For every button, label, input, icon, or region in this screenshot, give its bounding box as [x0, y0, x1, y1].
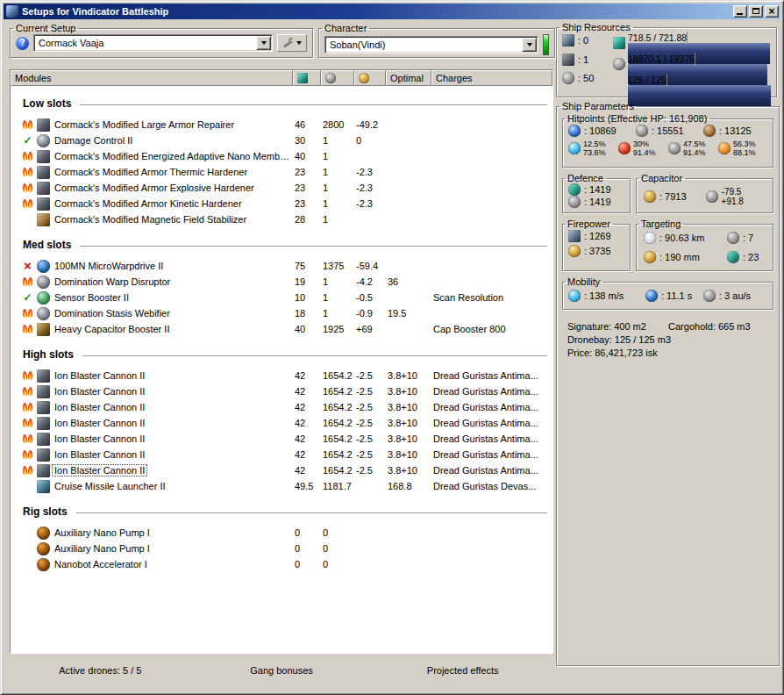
turret-icon — [562, 34, 574, 47]
module-row[interactable]: Ion Blaster Cannon II421654.2-2.53.8+10D… — [11, 462, 552, 478]
cell-cpu-usage: 42 — [293, 449, 321, 460]
module-row[interactable]: Heavy Capacitor Booster II401925+69Cap B… — [11, 321, 552, 337]
column-header-optimal[interactable]: Optimal — [386, 70, 431, 86]
module-row[interactable]: Auxiliary Nano Pump I00 — [11, 525, 552, 541]
module-row[interactable]: Domination Warp Disruptor191-4.236 — [11, 274, 552, 290]
module-row[interactable]: Cormack's Modified Armor Explosive Harde… — [11, 180, 552, 196]
cell-optimal-range: 168.8 — [386, 481, 431, 491]
module-row[interactable]: Sensor Booster II101-0.5Scan Resolution — [11, 290, 552, 305]
module-row[interactable]: Ion Blaster Cannon II421654.2-2.53.8+10D… — [11, 368, 552, 383]
max-targets: : 7 — [727, 232, 773, 244]
character-combobox[interactable]: Soban(Vindi) — [324, 36, 538, 54]
mobility-label: Mobility — [565, 276, 602, 287]
column-header-charges[interactable]: Charges — [431, 70, 552, 86]
blaster-icon — [37, 369, 50, 383]
cell-powergrid-usage: 1 — [321, 308, 354, 319]
overheated-icon — [21, 385, 34, 398]
module-name-cell: Ion Blaster Cannon II — [11, 385, 293, 398]
gang-bonuses-panel-header[interactable]: Gang bonuses — [191, 665, 373, 676]
cell-cpu-usage: 42 — [293, 465, 321, 476]
maximize-icon — [752, 8, 759, 14]
module-row[interactable]: Ion Blaster Cannon II421654.2-2.53.8+10D… — [11, 447, 552, 462]
cell-cpu-usage: 18 — [293, 308, 321, 319]
cargohold-value: Cargohold: 665 m3 — [668, 321, 751, 332]
column-header-modules[interactable]: Modules — [11, 70, 293, 86]
module-row[interactable]: Cormack's Modified Armor Thermic Hardene… — [11, 164, 552, 180]
kinetic-resists: 47.5%91.4% — [668, 140, 718, 157]
cell-charge-name: Scan Resolution — [431, 292, 552, 303]
character-combobox-dropdown-button[interactable] — [522, 38, 537, 52]
module-row[interactable]: Cormack's Modified Armor Kinetic Hardene… — [11, 196, 552, 211]
module-row[interactable]: Ion Blaster Cannon II421654.2-2.53.8+10D… — [11, 399, 552, 415]
cell-powergrid-usage: 1 — [321, 292, 354, 303]
resistances-row: 12.5%73.6% 30%91.4% 47.5%91.4% 56.3%88.1… — [563, 139, 773, 157]
module-name: Ion Blaster Cannon II — [53, 386, 146, 397]
cell-optimal-range: 3.8+10 — [386, 418, 431, 428]
projected-effects-panel-header[interactable]: Projected effects — [372, 665, 553, 676]
overheated-icon — [21, 323, 34, 335]
cell-charge-name: Dread Guristas Antima... — [431, 386, 552, 397]
module-row[interactable]: Cormack's Modified Energized Adaptive Na… — [11, 148, 552, 164]
module-row[interactable]: Ion Blaster Cannon II421654.2-2.53.8+10D… — [11, 415, 552, 431]
scan-resolution: : 190 mm — [644, 251, 727, 263]
module-row[interactable]: Ion Blaster Cannon II421654.2-2.53.8+10D… — [11, 431, 552, 447]
module-name: Cormack's Modified Armor Thermic Hardene… — [53, 167, 249, 177]
slot-section-header: High slots — [23, 348, 551, 361]
status-none — [21, 213, 34, 226]
cell-powergrid-usage: 1654.2 — [321, 418, 354, 428]
module-row[interactable]: Cruise Missile Launcher II49.51181.7168.… — [11, 478, 552, 494]
cell-powergrid-usage: 1 — [321, 167, 354, 177]
cell-capacitor-usage: -2.5 — [354, 402, 386, 412]
module-row[interactable]: Cormack's Modified Large Armor Repairer4… — [11, 117, 552, 133]
cell-capacitor-usage: -2.5 — [354, 449, 386, 460]
maximize-button[interactable] — [749, 5, 763, 18]
module-row[interactable]: Domination Stasis Webifier181-0.919.5 — [11, 305, 552, 321]
cell-powergrid-usage: 0 — [321, 559, 354, 570]
wrench-icon — [282, 37, 295, 49]
armor-hardener-icon — [37, 182, 50, 195]
cruise-launcher-icon — [37, 480, 50, 493]
column-header-cpu[interactable] — [293, 70, 321, 86]
slot-section-label: High slots — [23, 348, 74, 361]
module-row[interactable]: Auxiliary Nano Pump I00 — [11, 541, 552, 556]
blaster-icon — [37, 464, 50, 477]
minimize-button[interactable] — [733, 5, 747, 18]
module-row[interactable]: Cormack's Modified Magnetic Field Stabil… — [11, 211, 552, 227]
explosive-armor-resist: 88.1% — [733, 148, 756, 157]
warp-speed-value: : 3 au/s — [719, 290, 751, 301]
em-shield-resist: 12.5% — [583, 140, 606, 148]
module-name: Ion Blaster Cannon II — [53, 370, 146, 381]
warp-speed: : 3 au/s — [703, 290, 751, 302]
cell-cpu-usage: 42 — [293, 433, 321, 444]
setup-combobox[interactable]: Cormack Vaaja — [33, 34, 273, 52]
capacitor-balance: -79.5 +91.8 — [706, 187, 744, 206]
cell-cpu-usage: 28 — [293, 214, 321, 225]
module-row[interactable]: Ion Blaster Cannon II421654.2-2.53.8+10D… — [11, 383, 552, 399]
column-header-capacitor[interactable] — [354, 70, 386, 86]
active-drones-panel-header[interactable]: Active drones: 5 / 5 — [10, 665, 191, 676]
nano-membrane-icon — [37, 150, 50, 163]
module-row[interactable]: 100MN MicroWarpdrive II751375-59.4 — [11, 258, 552, 274]
help-button[interactable] — [16, 37, 29, 50]
defence-value-2: : 1419 — [584, 197, 611, 207]
slot-section-header: Low slots — [23, 97, 551, 110]
section-divider-line — [76, 512, 547, 513]
armor-icon — [636, 125, 648, 137]
modules-list[interactable]: Low slotsCormack's Modified Large Armor … — [11, 86, 552, 653]
cell-cpu-usage: 46 — [293, 119, 321, 130]
module-row[interactable]: Damage Control II3010 — [11, 133, 552, 148]
align-time-value: : 11.1 s — [661, 290, 692, 301]
cell-capacitor-usage: -2.3 — [354, 183, 386, 193]
calibration-icon — [562, 72, 574, 84]
character-skill-bar — [543, 34, 549, 55]
targeting-range-icon — [644, 232, 656, 244]
setup-tools-button[interactable] — [277, 34, 307, 52]
module-row[interactable]: Nanobot Accelerator I00 — [11, 556, 552, 572]
setup-combobox-dropdown-button[interactable] — [256, 36, 271, 50]
close-button[interactable] — [765, 5, 779, 18]
price-value: Price: 86,421,723 isk — [567, 348, 779, 358]
stasis-webifier-icon — [37, 307, 50, 320]
cell-capacitor-usage: -2.3 — [354, 198, 386, 209]
column-header-powergrid[interactable] — [321, 70, 354, 86]
titlebar[interactable]: Setups for Vindicator Battleship — [4, 4, 780, 19]
